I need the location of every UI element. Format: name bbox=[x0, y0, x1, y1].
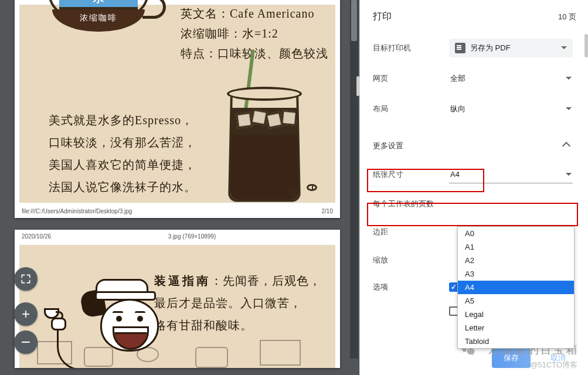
label-options: 选项 bbox=[373, 282, 449, 292]
label-margin: 边距 bbox=[373, 227, 449, 237]
row-pages: 网页 全部 bbox=[360, 63, 584, 94]
paper-size-dropdown[interactable]: A0A1A2A3A4A5LegalLetterTabloid bbox=[457, 226, 575, 349]
row-destination: 目标打印机 另存为 PDF bbox=[360, 33, 584, 63]
chevron-up-icon bbox=[562, 142, 570, 150]
pdf-icon bbox=[455, 43, 465, 53]
zoom-out-button[interactable]: − bbox=[14, 330, 38, 354]
paper-option-a0[interactable]: A0 bbox=[458, 227, 574, 240]
coffee-cup-diagram: 水 浓缩咖啡 bbox=[49, 0, 148, 52]
paper-option-a5[interactable]: A5 bbox=[458, 294, 574, 308]
spec-feature: 特点：口味较淡、颜色较浅 bbox=[181, 46, 328, 62]
label-destination: 目标打印机 bbox=[373, 43, 449, 53]
label-paper-size: 纸张尺寸 bbox=[373, 169, 449, 180]
chevron-down-icon bbox=[566, 77, 572, 80]
print-preview-pane: 水 浓缩咖啡 英文名：Cafe Americano 浓缩咖啡：水=1:2 特点：… bbox=[0, 0, 359, 375]
page2-header-date: 2020/10/26 bbox=[22, 233, 51, 240]
chevron-down-icon bbox=[566, 107, 572, 110]
zoom-in-button[interactable]: + bbox=[14, 302, 38, 326]
chevron-down-icon bbox=[566, 173, 572, 176]
page1-body: 美式就是水多的Espresso， 口味较淡，没有那么苦涩， 美国人喜欢它的简单便… bbox=[49, 109, 196, 198]
label-pages-per-sheet: 每个工作表的页数 bbox=[373, 199, 449, 209]
page1-footer-pagenum: 2/10 bbox=[322, 208, 333, 214]
coffee-bean-icon bbox=[307, 184, 317, 191]
paper-option-tabloid[interactable]: Tabloid bbox=[458, 335, 574, 348]
preview-page-1: 水 浓缩咖啡 英文名：Cafe Americano 浓缩咖啡：水=1:2 特点：… bbox=[15, 0, 340, 218]
paper-option-letter[interactable]: Letter bbox=[458, 321, 574, 335]
settings-scrollbar[interactable] bbox=[584, 34, 588, 338]
cancel-button[interactable]: 取消 bbox=[539, 348, 577, 368]
label-layout: 布局 bbox=[373, 104, 449, 114]
row-pages-per-sheet: 每个工作表的页数 bbox=[360, 190, 584, 218]
print-title: 打印 bbox=[373, 11, 392, 23]
pages-select[interactable]: 全部 bbox=[449, 70, 573, 87]
label-pages: 网页 bbox=[373, 73, 449, 84]
save-button[interactable]: 保存 bbox=[492, 348, 531, 368]
background-doodles bbox=[19, 333, 335, 368]
more-settings-toggle[interactable]: 更多设置 bbox=[360, 132, 584, 159]
preview-vertical-scrollbar[interactable] bbox=[350, 0, 358, 359]
cup-espresso-label: 浓缩咖啡 bbox=[52, 9, 145, 32]
chevron-down-icon bbox=[561, 46, 567, 49]
label-scale: 缩放 bbox=[373, 255, 449, 265]
paper-option-a4[interactable]: A4 bbox=[458, 281, 574, 294]
row-layout: 布局 纵向 bbox=[360, 94, 584, 124]
spec-ratio: 浓缩咖啡：水=1:2 bbox=[181, 26, 278, 42]
paper-option-a1[interactable]: A1 bbox=[458, 240, 574, 254]
paper-size-select[interactable]: A4 bbox=[449, 166, 573, 183]
paper-option-a3[interactable]: A3 bbox=[458, 267, 574, 281]
destination-select[interactable]: 另存为 PDF bbox=[449, 39, 573, 57]
page2-header-file: 3.jpg (769×10899) bbox=[168, 233, 216, 240]
label-more-settings: 更多设置 bbox=[373, 141, 403, 151]
layout-select[interactable]: 纵向 bbox=[449, 100, 573, 118]
fit-to-page-button[interactable] bbox=[14, 267, 38, 291]
paper-option-a2[interactable]: A2 bbox=[458, 254, 574, 267]
spec-name: 英文名：Cafe Americano bbox=[181, 6, 315, 22]
paper-option-legal[interactable]: Legal bbox=[458, 308, 574, 321]
row-paper-size: 纸张尺寸 A4 bbox=[360, 159, 584, 190]
iced-coffee-illustration bbox=[223, 69, 305, 204]
page1-footer-path: file:///C:/Users/Administrator/Desktop/3… bbox=[22, 208, 132, 214]
print-page-count: 10 页 bbox=[558, 12, 576, 22]
preview-page-2: 2020/10/26 3.jpg (769×10899) 装逼指南：先闻香，后观… bbox=[15, 230, 340, 368]
print-settings-panel: 打印 10 页 目标打印机 另存为 PDF 网页 全部 bbox=[359, 0, 588, 375]
